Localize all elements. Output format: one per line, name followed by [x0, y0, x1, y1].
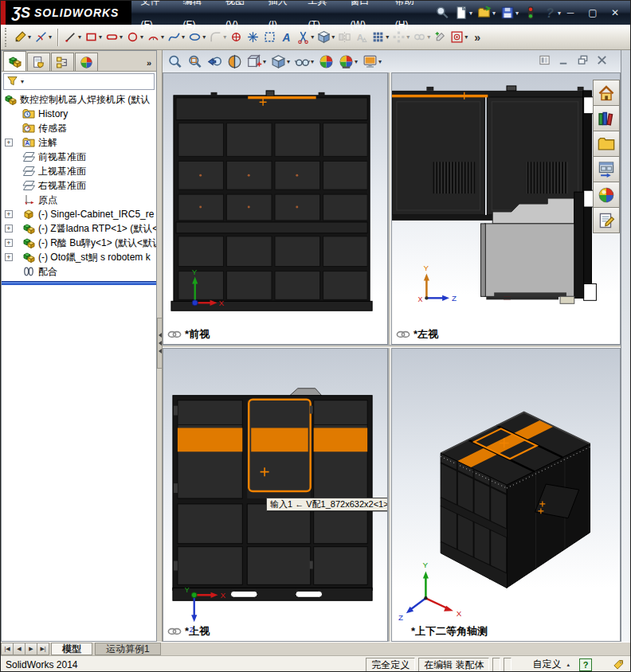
tree-item[interactable]: +A注解 — [2, 135, 156, 150]
status-custom-selector[interactable]: 自定义 ▴ — [511, 658, 579, 671]
display-style-button[interactable]: ▾ — [269, 54, 292, 69]
circle-button[interactable]: ▾ — [125, 27, 144, 48]
filter-dropdown-arrow[interactable]: ▾ — [21, 78, 24, 85]
viewport-left[interactable]: Y Z X *左视 — [391, 72, 621, 345]
view-palette-button[interactable] — [593, 156, 620, 182]
expand-toggle[interactable]: + — [5, 239, 13, 247]
minimize-button[interactable]: ─ — [563, 7, 578, 18]
dropdown-arrow-icon[interactable]: ▾ — [202, 33, 206, 41]
viewport-front[interactable]: Y X *前视 — [163, 72, 388, 345]
dropdown-arrow-icon[interactable]: ▾ — [287, 58, 290, 65]
zoom-to-fit-button[interactable] — [166, 54, 184, 69]
design-library-button[interactable] — [593, 105, 620, 131]
toolbar-overflow-button[interactable]: » — [474, 31, 480, 44]
dropdown-arrow-icon[interactable]: ▾ — [120, 33, 123, 41]
hide-show-items-button[interactable]: ▾ — [293, 54, 316, 69]
tree-item[interactable]: +(-) Singel-Cabinet_IRC5_re — [2, 207, 156, 221]
document-tab[interactable]: 模型 — [51, 643, 92, 655]
minimize-button[interactable] — [558, 54, 570, 68]
tree-item[interactable]: +(-) R醠 Bu騨y<1> (默认<默认 — [2, 236, 156, 250]
document-window-button[interactable] — [539, 54, 551, 68]
dropdown-arrow-icon[interactable]: ▾ — [28, 33, 31, 41]
rebuild-light-button[interactable] — [521, 3, 540, 22]
top-view-drawing[interactable]: Y X Z — [163, 349, 387, 641]
dropdown-arrow-icon[interactable]: ▾ — [263, 58, 266, 65]
tree-item[interactable]: 上视基准面 — [2, 164, 156, 178]
tree-item[interactable]: 原点 — [2, 193, 156, 207]
file-explorer-button[interactable] — [593, 131, 620, 157]
section-view-button[interactable] — [225, 54, 244, 69]
viewport-isometric[interactable]: Y X Z *上下二等角轴测 — [391, 348, 621, 642]
panel-collapse-handle[interactable] — [157, 318, 163, 369]
panel-resize-handle[interactable] — [157, 50, 163, 642]
quick-snaps-button[interactable]: ▾ — [449, 27, 468, 48]
dropdown-arrow-icon[interactable]: ▾ — [464, 33, 468, 41]
front-view-drawing[interactable]: Y X — [163, 73, 387, 344]
dropdown-arrow-icon[interactable]: ▾ — [558, 10, 561, 17]
tree-item[interactable]: 传感器 — [2, 121, 156, 135]
solidworks-resources-button[interactable] — [593, 80, 620, 106]
document-tab[interactable]: 运动算例1 — [95, 643, 161, 655]
tree-item[interactable]: 前视基准面 — [2, 150, 156, 164]
dropdown-arrow-icon[interactable]: ▾ — [492, 10, 496, 17]
view-settings-button[interactable]: ▾ — [361, 54, 383, 69]
centerpoint-arc-button[interactable]: ▾ — [146, 27, 165, 48]
dropdown-arrow-icon[interactable]: ▾ — [99, 33, 102, 41]
zoom-to-area-button[interactable] — [186, 54, 204, 69]
apply-scene-button[interactable]: ▾ — [337, 54, 359, 69]
dropdown-arrow-icon[interactable]: ▾ — [311, 33, 314, 41]
panel-tabs-overflow[interactable]: » — [147, 58, 155, 71]
restore-button[interactable] — [577, 54, 589, 68]
expand-toggle[interactable]: + — [5, 210, 13, 218]
linear-sketch-pattern-button[interactable]: ▾ — [370, 27, 390, 48]
dropdown-arrow-icon[interactable]: ▾ — [515, 10, 519, 17]
tree-item[interactable]: 数控控制机器人焊接机床 (默认 — [2, 92, 156, 107]
tab-displaymanager[interactable] — [75, 53, 98, 71]
offset-entities-button[interactable]: ▾ — [316, 27, 335, 48]
help-button[interactable]: ?▾ — [540, 3, 563, 22]
dropdown-arrow-icon[interactable]: ▾ — [378, 58, 382, 65]
dropdown-arrow-icon[interactable]: ▾ — [406, 33, 410, 41]
line-button[interactable]: ▾ — [63, 27, 82, 48]
corner-rectangle-button[interactable]: ▾ — [84, 27, 103, 48]
tab-nav-button-1[interactable]: ◀ — [13, 643, 25, 655]
tree-item[interactable]: +(-) Z醤ladna RTP<1> (默认< — [2, 221, 156, 236]
left-view-drawing[interactable]: Y Z X — [392, 73, 620, 344]
toolbar-grip[interactable] — [5, 28, 8, 47]
dropdown-arrow-icon[interactable]: ▾ — [355, 58, 358, 65]
dropdown-arrow-icon[interactable]: ▾ — [49, 33, 52, 41]
tree-item[interactable]: 右视基准面 — [2, 178, 156, 193]
expand-toggle[interactable]: + — [5, 253, 13, 261]
expand-toggle[interactable]: + — [5, 139, 13, 147]
custom-properties-button[interactable] — [593, 207, 620, 233]
tag-icon[interactable] — [613, 658, 628, 670]
isometric-view-drawing[interactable]: Y X Z — [392, 349, 620, 641]
spline-button[interactable]: ▾ — [167, 27, 186, 48]
filter-bar[interactable]: ▾ — [3, 73, 155, 90]
construction-point-button[interactable] — [245, 27, 261, 48]
dropdown-arrow-icon[interactable]: ▾ — [161, 33, 164, 41]
dropdown-arrow-icon[interactable]: ▾ — [182, 33, 185, 41]
tab-nav-button-0[interactable]: |◀ — [1, 643, 14, 655]
dropdown-arrow-icon[interactable]: ▾ — [78, 33, 81, 41]
sketch-text-button[interactable]: A — [279, 27, 294, 48]
viewport-top[interactable]: Y X Z 输入1 ← V配1_872x632x2<1> *上视 — [163, 348, 388, 642]
sketch-button[interactable]: ▾ — [13, 27, 32, 48]
point-button[interactable] — [229, 27, 244, 48]
tab-configurationmanager[interactable] — [51, 53, 74, 71]
dropdown-arrow-icon[interactable]: ▾ — [140, 33, 143, 41]
previous-view-button[interactable] — [206, 54, 224, 69]
tree-item[interactable]: 配合 — [2, 264, 156, 279]
tab-featuremanager[interactable] — [3, 51, 26, 71]
trim-entities-button[interactable]: ▾ — [296, 27, 315, 48]
ellipse-button[interactable]: ▾ — [187, 27, 206, 48]
expand-toggle[interactable]: + — [5, 225, 13, 232]
appearances-scenes-button[interactable] — [593, 182, 620, 208]
close-button[interactable]: ✕ — [608, 7, 622, 18]
status-help-button[interactable]: ? — [579, 658, 592, 671]
save-document-button[interactable]: ▾ — [498, 3, 521, 22]
dropdown-arrow-icon[interactable]: ▾ — [311, 58, 314, 65]
close-button[interactable] — [596, 54, 608, 68]
tab-propertymanager[interactable] — [27, 53, 50, 71]
tree-item[interactable]: +(-) Oto鑞_st鮦 s robotem k — [2, 250, 156, 264]
